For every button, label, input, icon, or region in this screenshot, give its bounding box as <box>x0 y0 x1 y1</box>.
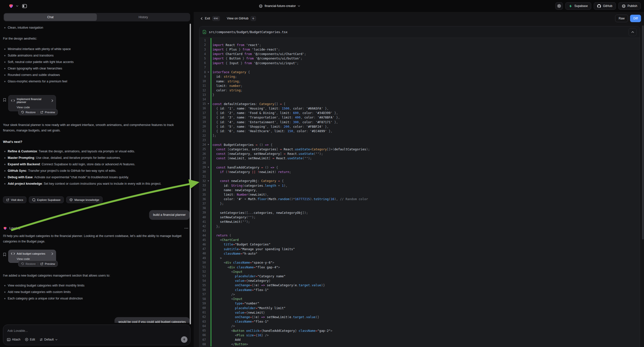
scrollbar-thumb[interactable] <box>642 26 644 240</box>
code-line: 1 <box>200 38 640 42</box>
code-line: 8interface Category { <box>200 70 640 74</box>
fold-toggle[interactable] <box>206 144 210 145</box>
code-line: 20 { id: '5', name: 'Shopping', limit: 2… <box>200 124 640 129</box>
project-switcher[interactable]: financial-future-creator <box>259 0 300 12</box>
tab-chat[interactable]: Chat <box>4 14 97 21</box>
line-number: 57 <box>200 292 206 296</box>
line-number: 34 <box>200 188 206 192</box>
file-added-icon <box>203 30 206 34</box>
fold-toggle[interactable] <box>206 180 210 182</box>
code-line: 7 <box>200 65 640 70</box>
code-line: 30 if (!newCategory || !newLimit) return… <box>200 170 640 174</box>
line-number: 42 <box>200 224 206 228</box>
code-line: 36 color: '#' + Math.floor(Math.random()… <box>200 197 640 202</box>
diff-added-marker <box>210 97 211 102</box>
visit-docs-button[interactable]: Visit docs <box>3 196 26 203</box>
restore-icon <box>21 110 24 114</box>
code-line: 34 name: newCategory, <box>200 188 640 192</box>
code-icon <box>11 252 15 255</box>
arrow-up-icon <box>183 338 186 341</box>
list-item: Add new budget categories with custom li… <box>3 289 190 295</box>
code-line: 16 { id: '1', name: 'Housing', limit: 15… <box>200 106 640 110</box>
more-options-button[interactable] <box>184 228 188 229</box>
panel-resize-handle[interactable] <box>190 24 191 324</box>
code-line: 2import React from 'react'; <box>200 42 640 47</box>
list-item: Rounded corners and subtle shadows <box>3 72 190 78</box>
assistant-name: Lovable <box>10 226 20 230</box>
list-item: Add project knowledge: Set key context o… <box>3 180 190 187</box>
code-line: 15const defaultCategories: Category[] = … <box>200 102 640 106</box>
globe-icon <box>622 4 626 8</box>
line-number: 32 <box>200 179 206 183</box>
line-number: 50 <box>200 261 206 264</box>
restore-button[interactable]: Restore <box>21 110 36 114</box>
view-code-link[interactable]: View code <box>17 106 53 109</box>
line-number: 56 <box>200 288 206 292</box>
chevron-down-icon[interactable] <box>16 5 18 7</box>
restore-button[interactable]: Restore <box>21 262 36 265</box>
explore-supabase-button[interactable]: Explore Supabase <box>29 196 64 203</box>
preview-button[interactable]: Preview <box>40 111 55 114</box>
view-code-link[interactable]: View code <box>17 258 53 260</box>
line-number: 26 <box>200 152 206 156</box>
list-item: GitHub Sync: Transfer your project's cod… <box>3 168 190 174</box>
publish-button[interactable]: Publish <box>618 2 641 10</box>
ellipsis-icon <box>184 228 188 229</box>
image-icon <box>7 338 10 341</box>
diff-added-marker <box>210 174 211 179</box>
bookmark-icon[interactable] <box>3 98 6 102</box>
line-number: 31 <box>200 175 206 178</box>
preview-button[interactable]: Preview <box>40 262 55 265</box>
attach-button[interactable]: Attach <box>7 338 20 341</box>
code-line: 26 const [newCategory, setNewCategory] =… <box>200 151 640 156</box>
line-number: 20 <box>200 125 206 128</box>
settings-button[interactable] <box>556 2 563 10</box>
sliders-icon <box>40 338 43 341</box>
assistant-text: I've added a new budget categories manag… <box>3 273 186 278</box>
toggle-sidebar-button[interactable] <box>21 2 28 10</box>
edit-button[interactable]: Edit <box>25 338 35 341</box>
collapse-file-button[interactable] <box>628 28 636 36</box>
fold-toggle[interactable] <box>206 167 210 168</box>
g-shortcut-badge: G <box>251 16 256 21</box>
external-link-icon <box>40 262 43 265</box>
code-line: 14 <box>200 97 640 102</box>
code-scrollbar[interactable] <box>642 26 644 346</box>
diff-toggle-button[interactable]: Diff <box>630 15 641 22</box>
user-message: would be cool if you could add budget ca… <box>114 317 190 323</box>
line-number: 58 <box>200 297 206 301</box>
design-aesthetic-heading: For the design aesthetic: <box>3 36 186 41</box>
raw-toggle-button[interactable]: Raw <box>615 15 628 22</box>
supabase-button[interactable]: Supabase <box>565 2 591 10</box>
bookmark-icon[interactable] <box>3 253 6 256</box>
view-on-github-button[interactable]: View on GitHub G <box>227 16 256 21</box>
code-line: 10 name: string; <box>200 79 640 84</box>
code-line: 6import { Input } from '@/components/ui/… <box>200 61 640 65</box>
line-number: 5 <box>200 57 206 60</box>
diff-added-marker <box>210 228 211 233</box>
mode-selector[interactable]: Default <box>40 338 58 341</box>
chevron-up-icon <box>631 31 634 33</box>
exit-button[interactable]: Exit ESC <box>201 16 220 21</box>
file-diff-card: src/components/budget/BudgetCategories.t… <box>199 26 640 347</box>
line-number: 65 <box>200 329 206 332</box>
code-line: 32 const newCategoryObj: Category = { <box>200 179 640 183</box>
fold-toggle[interactable] <box>206 72 210 73</box>
lovable-logo-icon[interactable] <box>8 4 14 8</box>
manage-knowledge-button[interactable]: Manage knowledge <box>66 196 102 203</box>
quick-actions-row: Visit docs Explore Supabase Manage knowl… <box>3 196 190 203</box>
code-line: 13} <box>200 92 640 97</box>
lovable-heart-icon <box>3 226 7 230</box>
tab-history[interactable]: History <box>97 14 190 21</box>
line-number: 35 <box>200 193 206 196</box>
edit-card-implement-financial-planner[interactable]: Implement financial planner View code Re… <box>8 95 56 111</box>
design-bullet-list: Minimalist interface with plenty of whit… <box>3 46 190 85</box>
chat-input[interactable]: Ask Lovable... <box>8 329 28 332</box>
code-line: 56 className="flex-1" <box>200 288 640 292</box>
github-button[interactable]: GitHub <box>594 2 616 10</box>
edit-card-add-budget-categories[interactable]: Add budget categories View code Restore … <box>8 250 56 263</box>
list-item: View existing budget categories with the… <box>3 282 190 289</box>
send-button[interactable] <box>181 336 188 343</box>
esc-shortcut-badge: ESC <box>212 16 220 21</box>
fold-toggle[interactable] <box>206 103 210 104</box>
